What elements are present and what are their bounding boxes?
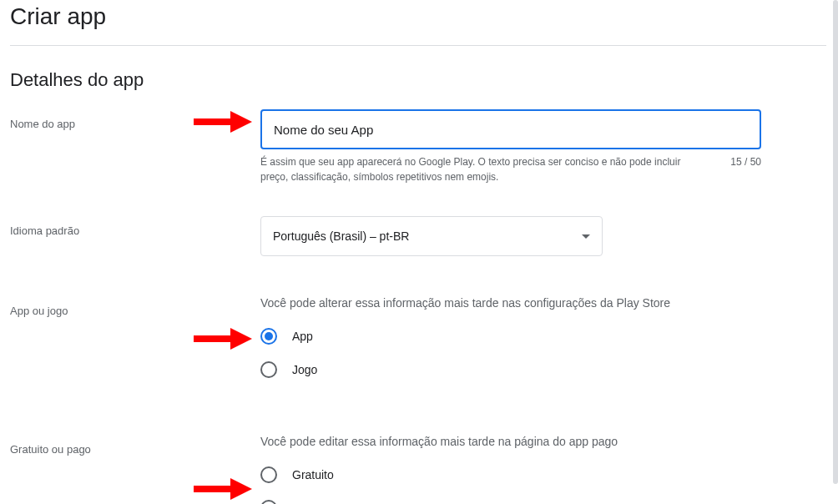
svg-rect-0 bbox=[194, 118, 230, 125]
radio-paid[interactable]: Pago bbox=[260, 500, 761, 504]
app-name-input[interactable] bbox=[260, 109, 761, 149]
radio-free-label: Gratuito bbox=[292, 468, 334, 481]
section-title: Detalhes do app bbox=[10, 69, 828, 91]
radio-game[interactable]: Jogo bbox=[260, 361, 761, 378]
radio-button-icon bbox=[260, 361, 277, 378]
app-name-helper: É assim que seu app aparecerá no Google … bbox=[260, 154, 686, 184]
radio-game-label: Jogo bbox=[292, 363, 317, 376]
radio-app-label: App bbox=[292, 330, 313, 343]
svg-marker-3 bbox=[230, 328, 252, 350]
divider bbox=[10, 45, 826, 46]
arrow-annotation-icon bbox=[194, 111, 252, 133]
label-pricing: Gratuito ou pago bbox=[10, 443, 91, 456]
svg-rect-2 bbox=[194, 335, 230, 342]
hint-app-or-game: Você pode alterar essa informação mais t… bbox=[260, 296, 761, 310]
language-selected: Português (Brasil) – pt-BR bbox=[273, 229, 409, 243]
radio-button-icon bbox=[260, 466, 277, 483]
row-app-name: Nome do app É assim que seu app aparecer… bbox=[10, 109, 828, 184]
hint-pricing: Você pode editar essa informação mais ta… bbox=[260, 435, 761, 448]
label-app-or-game: App ou jogo bbox=[10, 305, 68, 317]
radio-app[interactable]: App bbox=[260, 328, 761, 345]
label-language: Idioma padrão bbox=[10, 224, 79, 237]
page-title: Criar app bbox=[10, 0, 828, 45]
chevron-down-icon bbox=[582, 234, 590, 239]
radio-free[interactable]: Gratuito bbox=[260, 466, 761, 483]
scrollbar[interactable] bbox=[833, 0, 838, 484]
radio-button-icon bbox=[260, 500, 277, 504]
row-pricing: Gratuito ou pago Você pode editar essa i… bbox=[10, 435, 828, 504]
arrow-annotation-icon bbox=[194, 328, 252, 350]
app-name-counter: 15 / 50 bbox=[730, 154, 761, 184]
radio-button-icon bbox=[260, 328, 277, 345]
arrow-annotation-icon bbox=[194, 478, 252, 500]
row-app-or-game: App ou jogo Você pode alterar essa infor… bbox=[10, 296, 828, 395]
row-language: Idioma padrão Português (Brasil) – pt-BR bbox=[10, 216, 828, 256]
language-select[interactable]: Português (Brasil) – pt-BR bbox=[260, 216, 603, 256]
svg-marker-5 bbox=[230, 478, 252, 500]
label-app-name: Nome do app bbox=[10, 118, 75, 130]
svg-rect-4 bbox=[194, 486, 230, 492]
svg-marker-1 bbox=[230, 111, 252, 133]
